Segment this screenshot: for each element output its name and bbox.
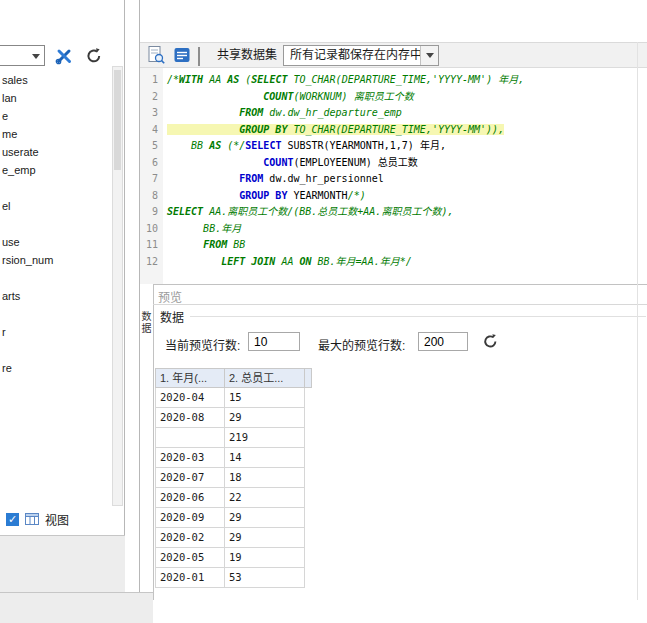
max-rows-label: 最大的预览行数: bbox=[318, 336, 405, 353]
sidebar-footer-area bbox=[0, 536, 125, 592]
bottom-status-area bbox=[0, 592, 153, 623]
sidebar-dropdown[interactable] bbox=[0, 45, 45, 66]
table-cell: 29 bbox=[225, 408, 305, 428]
dataset-tree: saleslanemeuseratee_empelusersion_numart… bbox=[0, 67, 112, 505]
chevron-down-icon bbox=[32, 54, 40, 59]
line-number: 1 bbox=[140, 72, 163, 89]
data-section-label: 数据 bbox=[160, 308, 184, 325]
table-cell: 2020-08 bbox=[155, 408, 225, 428]
table-cell: 2020-09 bbox=[155, 508, 225, 528]
table-row[interactable]: 2020-0229 bbox=[155, 528, 305, 548]
code-line[interactable]: FROM dw.dw_hr_departure_emp bbox=[163, 105, 637, 122]
table-row[interactable]: 2020-0153 bbox=[155, 568, 305, 588]
table-cell: 2020-06 bbox=[155, 488, 225, 508]
tree-item[interactable]: e bbox=[0, 107, 112, 125]
line-number: 5 bbox=[140, 138, 163, 155]
table-cell: 2020-03 bbox=[155, 448, 225, 468]
code-line[interactable]: BB.年月 bbox=[163, 221, 637, 238]
line-number: 11 bbox=[140, 237, 163, 254]
table-row[interactable]: 219 bbox=[155, 428, 305, 448]
line-number: 10 bbox=[140, 221, 163, 238]
tree-item[interactable]: userate bbox=[0, 143, 112, 161]
view-grid-icon bbox=[24, 511, 40, 527]
table-row[interactable]: 2020-0829 bbox=[155, 408, 305, 428]
table-cell: 2020-05 bbox=[155, 548, 225, 568]
view-row[interactable]: 视图 bbox=[6, 509, 69, 529]
line-number: 7 bbox=[140, 171, 163, 188]
code-line[interactable]: GROUP BY YEARMONTH/*) bbox=[163, 188, 637, 205]
divider bbox=[153, 304, 647, 305]
tree-item bbox=[0, 179, 112, 197]
code-line[interactable]: BB AS (*/SELECT SUBSTR(YEARMONTH,1,7) 年月… bbox=[163, 138, 637, 155]
preview-sql-button[interactable] bbox=[146, 45, 166, 65]
tree-item[interactable]: arts bbox=[0, 287, 112, 305]
preview-document-icon bbox=[146, 45, 166, 65]
view-checkbox[interactable] bbox=[6, 513, 19, 526]
code-line[interactable]: GROUP BY TO_CHAR(DEPARTURE_TIME,'YYYY-MM… bbox=[163, 122, 637, 139]
preview-refresh-button[interactable] bbox=[480, 331, 500, 351]
code-line[interactable]: COUNT(WORKNUM) 离职员工个数 bbox=[163, 89, 637, 106]
line-number: 4 bbox=[140, 122, 163, 139]
line-number: 8 bbox=[140, 188, 163, 205]
chevron-down-icon bbox=[426, 53, 434, 58]
table-cell: 219 bbox=[225, 428, 305, 448]
code-line[interactable]: /*WITH AA AS (SELECT TO_CHAR(DEPARTURE_T… bbox=[163, 72, 637, 89]
preview-panel-border bbox=[153, 284, 154, 600]
share-dataset-checkbox[interactable] bbox=[198, 47, 200, 66]
tree-item[interactable]: r bbox=[0, 323, 112, 341]
column-header[interactable]: 2. 总员工... bbox=[225, 368, 305, 388]
editor-toolbar: 共享数据集 所有记录都保存在内存中 bbox=[140, 42, 647, 68]
code-line[interactable]: LEFT JOIN AA ON BB.年月=AA.年月*/ bbox=[163, 254, 637, 271]
table-row[interactable]: 2020-0314 bbox=[155, 448, 305, 468]
tree-item[interactable]: el bbox=[0, 197, 112, 215]
code-line[interactable]: COUNT(EMPLOYEENUM) 总员工数 bbox=[163, 155, 637, 172]
refresh-icon bbox=[482, 333, 499, 350]
format-sql-button[interactable] bbox=[172, 45, 192, 65]
table-cell bbox=[155, 428, 225, 448]
tree-item[interactable]: re bbox=[0, 359, 112, 377]
tree-scrollbar[interactable] bbox=[112, 66, 123, 506]
table-row[interactable]: 2020-0929 bbox=[155, 508, 305, 528]
max-rows-input[interactable] bbox=[418, 332, 468, 351]
code-line[interactable]: FROM BB bbox=[163, 237, 637, 254]
tree-item[interactable]: rsion_num bbox=[0, 251, 112, 269]
scrollbar-thumb[interactable] bbox=[114, 70, 121, 170]
refresh-button[interactable] bbox=[82, 44, 106, 68]
tree-item bbox=[0, 269, 112, 287]
column-header[interactable]: 1. 年月(... bbox=[155, 368, 225, 388]
current-rows-input[interactable] bbox=[248, 332, 300, 351]
table-row[interactable]: 2020-0415 bbox=[155, 388, 305, 408]
preview-table-header: 1. 年月(...2. 总员工... bbox=[155, 368, 312, 388]
tree-item[interactable]: me bbox=[0, 125, 112, 143]
table-row[interactable]: 2020-0718 bbox=[155, 468, 305, 488]
horizontal-splitter[interactable] bbox=[153, 284, 647, 285]
tree-item[interactable]: lan bbox=[0, 89, 112, 107]
sql-code-editor[interactable]: /*WITH AA AS (SELECT TO_CHAR(DEPARTURE_T… bbox=[163, 68, 637, 284]
editor-scrollbar-edge[interactable] bbox=[637, 42, 638, 600]
table-cell: 19 bbox=[225, 548, 305, 568]
table-cell: 22 bbox=[225, 488, 305, 508]
tree-item bbox=[0, 215, 112, 233]
tree-item[interactable]: use bbox=[0, 233, 112, 251]
table-cell: 53 bbox=[225, 568, 305, 588]
dataset-sidebar: saleslanemeuseratee_empelusersion_numart… bbox=[0, 0, 125, 592]
table-row[interactable]: 2020-0519 bbox=[155, 548, 305, 568]
storage-mode-dropdown[interactable]: 所有记录都保存在内存中 bbox=[283, 45, 439, 66]
vertical-splitter[interactable] bbox=[125, 0, 140, 592]
table-cell: 2020-01 bbox=[155, 568, 225, 588]
code-line[interactable]: SELECT AA.离职员工个数/(BB.总员工数+AA.离职员工个数), bbox=[163, 204, 637, 221]
tree-item[interactable]: sales bbox=[0, 71, 112, 89]
tree-item[interactable]: e_emp bbox=[0, 161, 112, 179]
header-filler bbox=[305, 368, 312, 388]
line-number: 12 bbox=[140, 254, 163, 271]
line-number-gutter: 123456789101112 bbox=[140, 68, 163, 284]
dropdown-arrow-button[interactable] bbox=[420, 46, 438, 65]
table-row[interactable]: 2020-0622 bbox=[155, 488, 305, 508]
data-side-tab[interactable]: 数据 bbox=[141, 311, 153, 335]
table-cell: 29 bbox=[225, 528, 305, 548]
tree-item bbox=[0, 341, 112, 359]
table-cell: 2020-02 bbox=[155, 528, 225, 548]
tools-button[interactable] bbox=[52, 44, 76, 68]
code-line[interactable]: FROM dw.dw_hr_persionnel bbox=[163, 171, 637, 188]
line-number: 3 bbox=[140, 105, 163, 122]
